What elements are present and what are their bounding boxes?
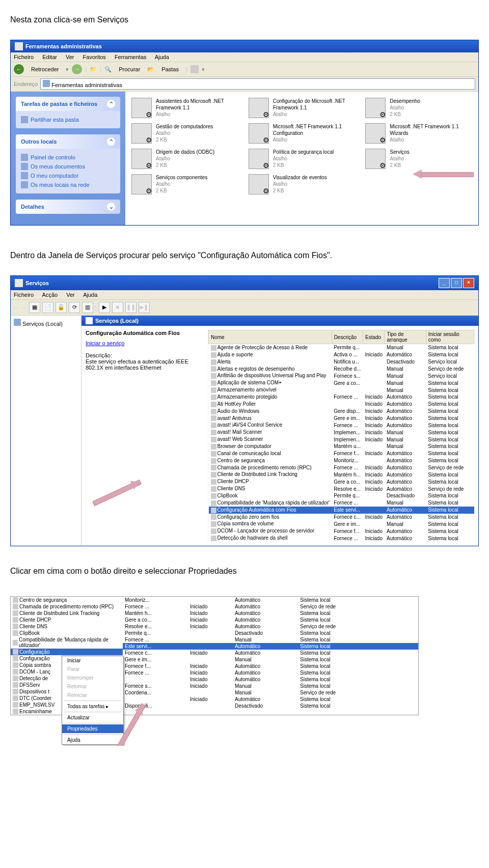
service-row-cols[interactable]: Fornece ...IniciadoAutomáticoSistema loc… xyxy=(123,669,418,676)
tb-icon[interactable]: ▥ xyxy=(82,302,93,313)
details-panel-header[interactable]: Detalhes ⌄ xyxy=(16,200,120,214)
menu-item[interactable]: Actualizar xyxy=(62,713,123,722)
col-nome[interactable]: Nome xyxy=(209,330,332,344)
service-row-cols[interactable]: IniciadoAutomáticoSistema local xyxy=(123,676,418,683)
search-icon[interactable]: 🔍 xyxy=(104,66,112,73)
back-icon[interactable]: ← xyxy=(14,64,24,74)
menu-accao[interactable]: Acção xyxy=(42,292,58,298)
service-row[interactable]: Compatibilidade de 'Mudança rápida de ut… xyxy=(209,499,474,507)
service-row[interactable]: Cliente DHCPGere a co...IniciadoAutomáti… xyxy=(209,478,474,485)
tb-icon[interactable]: ▦ xyxy=(29,302,40,313)
service-row-cols[interactable]: Fornece c...IniciadoAutomáticoSistema lo… xyxy=(123,650,418,656)
start-service-link[interactable]: Iniciar o serviço xyxy=(86,340,203,346)
col-sessao[interactable]: Iniciar sessão como xyxy=(426,330,474,344)
tasks-panel-header[interactable]: Tarefas de pastas e ficheiros ⌃ xyxy=(16,97,120,111)
service-row[interactable]: Ajuda e suporteActiva o ...IniciadoAutom… xyxy=(209,351,474,358)
tb-play-icon[interactable]: ▶ xyxy=(99,302,110,313)
service-row-cols[interactable]: Fornece s...IniciadoManualSistema local xyxy=(123,683,418,689)
service-row[interactable]: avast! Web ScannerImplemen...IniciadoMan… xyxy=(209,436,474,443)
menu-ver[interactable]: Ver xyxy=(66,54,74,60)
computer-link[interactable]: O meu computador xyxy=(21,171,115,180)
service-row[interactable]: Ati HotKey PollerIniciadoAutomáticoSiste… xyxy=(209,401,474,408)
maximize-button[interactable]: □ xyxy=(451,278,462,288)
menu-item[interactable]: Todas as tarefas ▸ xyxy=(62,702,123,711)
menu-item[interactable]: Propriedades xyxy=(62,724,123,733)
search-button[interactable]: Procurar xyxy=(115,65,144,74)
file-item[interactable]: Gestão de computadoresAtalho2 KB xyxy=(131,123,238,144)
service-row-cols[interactable]: Coordena...ManualServiço de rede xyxy=(123,689,418,696)
col-arranque[interactable]: Tipo de arranque xyxy=(385,330,426,344)
context-menu[interactable]: IniciarPararInterromperRetomarReiniciar … xyxy=(62,656,124,745)
file-item[interactable]: Política de segurança localAtalho2 KB xyxy=(249,149,356,169)
service-row[interactable]: avast! Mail ScannerImplemen...IniciadoMa… xyxy=(209,429,474,436)
service-row[interactable]: Detecção de hadrware da shellFornece ...… xyxy=(209,535,474,542)
service-row[interactable]: AlertaNotifica u...DesactivadoServiço lo… xyxy=(209,358,474,366)
service-row[interactable]: Áudio do WindowsGere disp...IniciadoAuto… xyxy=(209,408,474,415)
tb-icon[interactable]: ⟳ xyxy=(69,302,80,313)
tb-stop-icon[interactable]: ■ xyxy=(112,302,123,313)
file-item[interactable]: Visualizador de eventosAtalho2 KB xyxy=(249,174,356,194)
service-row-cols[interactable]: Gere a co...IniciadoAutomáticoSistema lo… xyxy=(123,617,418,623)
other-panel-header[interactable]: Outros locais ⌃ xyxy=(16,134,120,149)
file-item[interactable]: ServiçosAtalho2 KB xyxy=(365,149,472,169)
service-row[interactable]: Centro de segurançaMonitoriz...Automátic… xyxy=(209,457,474,464)
tb-icon[interactable]: 📄 xyxy=(42,302,53,313)
minimize-button[interactable]: _ xyxy=(439,278,450,288)
service-row[interactable]: Aplicação de sistema COM+Gere a co...Man… xyxy=(209,379,474,386)
service-row[interactable]: Chamada de procedimento remoto (RPC) xyxy=(11,603,123,610)
service-row-cols[interactable]: Monitoriz...AutomáticoSistema local xyxy=(123,597,418,603)
share-folder-link[interactable]: Partilhar esta pasta xyxy=(21,115,115,124)
menu-item[interactable]: Iniciar xyxy=(62,656,123,665)
service-row[interactable]: Compatibilidade de 'Mudança rápida de ut… xyxy=(11,636,123,649)
service-row[interactable]: Cliente de Distributed Link Tracking xyxy=(11,610,123,617)
service-row[interactable]: Configuração Automática com FiosEste ser… xyxy=(209,507,474,514)
forward-icon[interactable]: → xyxy=(72,64,82,74)
service-row[interactable]: Cliente DNS xyxy=(11,623,123,630)
menu-ajuda[interactable]: Ajuda xyxy=(83,292,97,298)
chevron-up-icon[interactable]: ⌃ xyxy=(107,137,115,146)
service-row[interactable]: Agente de Protecção de Acesso à RedePerm… xyxy=(209,344,474,351)
close-button[interactable]: × xyxy=(463,278,474,288)
chevron-down-icon[interactable]: ⌄ xyxy=(107,203,115,211)
service-row[interactable]: avast! AntivirusGere e im...IniciadoAuto… xyxy=(209,415,474,422)
views-icon[interactable] xyxy=(191,65,199,73)
menu-ferramentas[interactable]: Ferramentas xyxy=(115,54,146,60)
file-item[interactable]: Microsoft .NET Framework 1.1 Configurati… xyxy=(249,123,356,144)
tree-item[interactable]: Serviços (Local) xyxy=(13,318,79,328)
network-link[interactable]: Os meus locais na rede xyxy=(21,180,115,189)
service-row[interactable]: Centro de segurança xyxy=(11,597,123,603)
services-table[interactable]: Nome Descrição Estado Tipo de arranque I… xyxy=(208,330,474,542)
service-row[interactable]: Cliente de Distributed Link TrackingMant… xyxy=(209,471,474,478)
service-row[interactable]: Canal de comunicação localFornece f...In… xyxy=(209,450,474,457)
service-row[interactable]: Cópia sombra de volumeGere e im...Manual… xyxy=(209,520,474,527)
service-row-cols[interactable]: Fornece f...IniciadoAutomáticoSistema lo… xyxy=(123,663,418,669)
address-field[interactable]: Ferramentas administrativas xyxy=(40,78,475,90)
file-item[interactable]: DesempenhoAtalho2 KB xyxy=(365,98,472,118)
menu-ajuda[interactable]: Ajuda xyxy=(155,54,169,60)
folders-button[interactable]: Pastas xyxy=(157,65,183,74)
col-estado[interactable]: Estado xyxy=(363,330,385,344)
file-item[interactable]: Microsoft .NET Framework 1.1 WizardsAtal… xyxy=(365,123,472,144)
tb-icon[interactable]: 🔓 xyxy=(56,302,67,313)
documents-link[interactable]: Os meus documentos xyxy=(21,162,115,171)
file-item[interactable]: Assistentes do Microsoft .NET Framework … xyxy=(131,98,238,118)
chevron-up-icon[interactable]: ⌃ xyxy=(107,100,115,108)
service-row[interactable]: Configuração xyxy=(11,649,123,655)
service-row-cols[interactable]: IniciadoAutomáticoSistema local xyxy=(123,696,418,703)
service-row[interactable]: Cliente DNSResolve e...IniciadoAutomátic… xyxy=(209,485,474,492)
tb-restart-icon[interactable]: ▶❚ xyxy=(139,302,150,313)
service-row-cols[interactable]: Disponibili...DesactivadoSistema local xyxy=(123,703,418,709)
service-row[interactable]: Armazenamento amovívelManualSistema loca… xyxy=(209,386,474,394)
service-row[interactable]: DCOM - Lançador de processo de servidorF… xyxy=(209,527,474,535)
service-row[interactable]: Configuração zero sem fiosFornece c...In… xyxy=(209,514,474,521)
menu-favoritos[interactable]: Favoritos xyxy=(83,54,106,60)
service-row-cols[interactable]: Fornece ...IniciadoAutomáticoServiço de … xyxy=(123,603,418,610)
service-row-cols[interactable]: Permite q...DesactivadoSistema local xyxy=(123,630,418,636)
folders-icon[interactable]: 📂 xyxy=(147,66,154,73)
service-row-cols[interactable]: Gere e im...ManualSistema local xyxy=(123,656,418,663)
service-row[interactable]: Browser de computadorMantém u...ManualSi… xyxy=(209,443,474,450)
back-button[interactable]: Retroceder xyxy=(27,65,63,74)
menu-ficheiro[interactable]: Ficheiro xyxy=(14,54,34,60)
col-descricao[interactable]: Descrição xyxy=(332,330,363,344)
service-row[interactable]: Alertas e registos de desempenhoRecolhe … xyxy=(209,366,474,373)
